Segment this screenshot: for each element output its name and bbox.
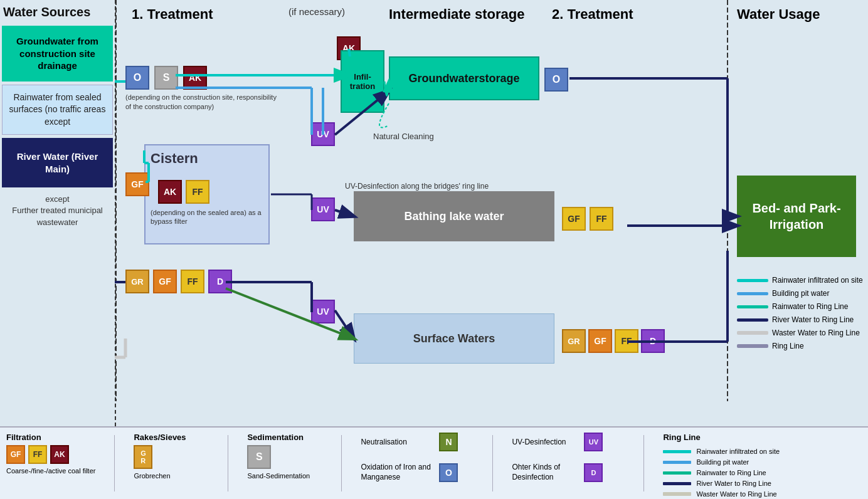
- treatment1-note: (depending on the construction site, res…: [125, 93, 282, 112]
- filtration-label: Coarse-/fine-/active coal filter: [6, 467, 95, 475]
- main-diagram: Water Sources Groundwater from construct…: [0, 0, 868, 426]
- treatment1-row3-boxes: GR GF FF D: [125, 270, 232, 293]
- divider-1: [114, 435, 115, 491]
- rakes-label: Grobrechen: [134, 472, 209, 480]
- sedimentation-label: Sand-Sedimentation: [247, 472, 322, 480]
- legend-waster-water-ring: Waster Water to Ring Line: [663, 490, 813, 498]
- divider-4: [492, 435, 493, 491]
- uv-box-2: UV: [311, 197, 335, 221]
- bed-park-irrigation: Bed- and Park-Irrigation: [737, 176, 856, 257]
- bathing-lake-right-boxes: GF FF: [562, 207, 613, 231]
- treatment2-header: 2. Treatment: [552, 6, 633, 23]
- o-box-gw-storage: O: [544, 68, 568, 92]
- rakes-title: Rakes/Sieves: [134, 433, 209, 442]
- legend-lines: Ring Line Rainwater infiltrated on site …: [663, 433, 813, 499]
- wastewater-label: except Further treated municipal wastewa…: [2, 191, 113, 231]
- natural-cleaning: Natural Cleaning: [373, 132, 434, 141]
- water-sources-header: Water Sources: [0, 0, 115, 23]
- groundwater-storage: Groundwaterstorage: [389, 56, 539, 100]
- if-necessary: (if necessary): [288, 6, 345, 17]
- rainwater-source: Rainwater from sealed surfaces (no traff…: [2, 85, 113, 135]
- cistern-filter-boxes: AK FF: [158, 180, 209, 204]
- legend-waste-ring: Waster Water to Ring Line: [737, 328, 863, 337]
- line-legend-area: Rainwater infiltrated on site Building p…: [737, 276, 863, 350]
- uv-box-3: UV: [311, 300, 335, 323]
- divider-5: [643, 435, 644, 491]
- legend-rainwater-ring: Rainwater to Ring Line: [737, 302, 863, 311]
- legend-rakes: Rakes/Sieves GR Grobrechen: [134, 433, 209, 480]
- intermediate-header: Intermediate storage: [389, 6, 524, 23]
- ring-line-title: Ring Line: [663, 433, 813, 442]
- box-ak-t1: AK: [183, 66, 207, 90]
- groundwater-source: Groundwater from construction site drain…: [2, 26, 113, 81]
- gf-box-cistern: GF: [125, 172, 149, 196]
- river-source: River Water (River Main): [2, 138, 113, 187]
- water-sources-column: Water Sources Groundwater from construct…: [0, 0, 116, 426]
- treatment1-header: 1. Treatment: [132, 6, 213, 23]
- box-s-t1: S: [154, 66, 178, 90]
- svg-line-22: [335, 210, 354, 216]
- bypass-note: (depending on the sealed area) as a bypa…: [151, 208, 267, 226]
- bathing-lake: Bathing lake water: [354, 191, 554, 241]
- legend-ring-line: Ring Line: [737, 342, 863, 350]
- cistern-label: Cistern: [151, 150, 198, 167]
- legend-river-ring: River Water to Ring Line: [737, 315, 863, 324]
- legend-filtration: Filtration GF FF AK Coarse-/fine-/active…: [6, 433, 95, 475]
- cistern-box: Cistern AK FF (depending on the sealed a…: [144, 144, 270, 244]
- legend-uv: UV-Desinfection UV Ohter Kinds of Desinf…: [512, 433, 625, 482]
- uv-desinfection-note: UV-Desinfection along the bridges' ring …: [345, 182, 489, 191]
- filtration-title: Filtration: [6, 433, 95, 442]
- treatment1-boxes-row1: O S AK: [125, 66, 207, 90]
- sedimentation-title: Sedimentation: [247, 433, 322, 442]
- divider-3: [341, 435, 342, 491]
- legend-neutralisation: Neutralisation N Oxidation of Iron and M…: [361, 433, 474, 482]
- uv-box-1: UV: [311, 122, 335, 146]
- legend-area: Filtration GF FF AK Coarse-/fine-/active…: [0, 426, 868, 499]
- svg-line-26: [335, 310, 354, 339]
- surface-waters-right-boxes: GR GF FF D: [562, 329, 665, 353]
- infiltration-box: Infil-tration: [341, 50, 384, 113]
- water-usage-header: Water Usage: [737, 6, 820, 23]
- filtration-boxes: GF FF AK: [6, 445, 95, 464]
- box-o-t1: O: [125, 66, 149, 90]
- surface-waters: Surface Waters: [354, 313, 554, 364]
- legend-rainwater-infiltrated: Rainwater infiltrated on site: [737, 276, 863, 285]
- legend-building-pit: Building pit water: [737, 289, 863, 298]
- divider-2: [228, 435, 228, 491]
- legend-sedimentation: Sedimentation S Sand-Sedimentation: [247, 433, 322, 480]
